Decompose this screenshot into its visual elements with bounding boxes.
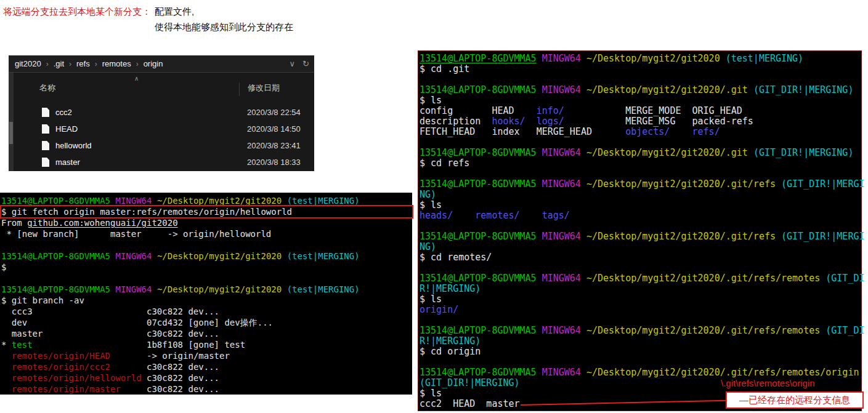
address-bar[interactable]: git2020 › .git › refs › remotes › origin… — [9, 55, 314, 73]
terminal-text — [525, 116, 537, 127]
terminal-text — [537, 367, 542, 378]
column-header-name[interactable]: 名称 — [39, 82, 55, 94]
terminal-line: $ cd remotes/ — [420, 252, 861, 263]
terminal-text: test — [12, 340, 33, 350]
file-name[interactable]: master — [55, 158, 80, 167]
terminal-line: 13514@LAPTOP-8GDVMMA5 MINGW64 ~/Desktop/… — [1, 284, 412, 295]
terminal-line: dev 07cd432 [gone] dev操作... — [1, 317, 412, 328]
terminal-line: 13514@LAPTOP-8GDVMMA5 MINGW64 ~/Desktop/… — [420, 54, 861, 64]
terminal-text: info/ — [537, 105, 564, 116]
terminal-text — [537, 273, 542, 284]
terminal-line: $ ls — [420, 95, 861, 106]
note-black-line2: 使得本地能够感知到此分支的存在 — [155, 19, 293, 34]
terminal-line: 13514@LAPTOP-8GDVMMA5 MINGW64 ~/Desktop/… — [420, 179, 861, 190]
terminal-text — [152, 196, 156, 206]
terminal-text: remotes/origin/HEAD — [1, 351, 110, 361]
terminal-text: From — [1, 218, 27, 228]
terminal-text: origin/ — [420, 304, 458, 315]
terminal-text — [581, 53, 586, 64]
terminal-line: 13514@LAPTOP-8GDVMMA5 MINGW64 ~/Desktop/… — [420, 326, 861, 336]
terminal-line: 13514@LAPTOP-8GDVMMA5 MINGW64 ~/Desktop/… — [420, 148, 861, 158]
file-row-head[interactable]: HEAD 2020/3/8 14:50 — [9, 121, 314, 138]
terminal-text: MINGW64 — [542, 84, 581, 95]
terminal-text: c30c822 dev... — [142, 373, 219, 383]
terminal-line: description hooks/ logs/ MERGE_MSG packe… — [420, 116, 861, 127]
terminal-text — [537, 178, 542, 190]
terminal-line: config HEAD info/ MERGE_MODE ORIG_HEAD — [420, 106, 861, 116]
file-name[interactable]: ccc2 — [55, 108, 72, 117]
file-name[interactable]: HEAD — [55, 124, 78, 134]
file-explorer-window: git2020 › .git › refs › remotes › origin… — [9, 55, 314, 171]
terminal-line: * test 1b8f108 [gone] test — [1, 339, 412, 350]
refresh-icon[interactable]: ↻ — [302, 59, 309, 68]
terminal-text: ~/Desktop/mygit2/git2020/.git/refs/remot… — [586, 367, 859, 378]
file-name[interactable]: helloworld — [55, 141, 92, 150]
terminal-line: 13514@LAPTOP-8GDVMMA5 MINGW64 ~/Desktop/… — [420, 273, 861, 284]
file-date: 2020/3/8 14:50 — [247, 124, 301, 134]
address-dropdown-icon[interactable]: ∨ — [290, 59, 296, 68]
terminal-text: FETCH_HEAD index MERGE_HEAD — [420, 126, 625, 137]
breadcrumb-dotgit[interactable]: .git — [52, 59, 65, 68]
terminal-text: refs/ — [692, 126, 720, 137]
terminal-text: * [new branch] master -> origin/hellowor… — [1, 229, 271, 239]
left-git-bash-terminal: 13514@LAPTOP-8GDVMMA5 MINGW64 ~/Desktop/… — [0, 193, 412, 395]
terminal-line — [420, 169, 861, 179]
terminal-text: $ cd refs — [420, 158, 469, 169]
terminal-text: github.com:wohenguaii/git2020 — [27, 218, 177, 228]
terminal-text: remotes/origin/helloworld — [1, 373, 142, 383]
column-header-date[interactable]: 修改日期 — [239, 82, 280, 96]
breadcrumb-git2020[interactable]: git2020 — [14, 59, 43, 68]
breadcrumb-remotes[interactable]: remotes — [101, 59, 132, 68]
terminal-text: ~/Desktop/mygit2/git2020 — [157, 251, 282, 261]
path-annotation: \.git\refs\remotes\origin — [721, 378, 815, 388]
terminal-text — [282, 196, 286, 206]
file-row-master[interactable]: master 2020/3/8 18:33 — [9, 154, 314, 171]
terminal-text: $ — [1, 262, 6, 272]
terminal-line — [420, 74, 861, 85]
terminal-text: remotes/origin/master — [1, 384, 121, 394]
terminal-text: logs/ — [537, 116, 564, 127]
terminal-text: ~/Desktop/mygit2/git2020 — [157, 284, 282, 294]
terminal-text: 13514@LAPTOP-8GDVMMA5 — [420, 84, 537, 95]
terminal-text: ~/Desktop/mygit2/git2020/.git/refs/remot… — [586, 273, 820, 284]
terminal-text — [520, 210, 542, 221]
terminal-line — [1, 273, 412, 284]
file-row-ccc2[interactable]: ccc2 2020/3/8 22:54 — [9, 105, 314, 121]
terminal-line — [420, 137, 861, 148]
file-row-helloworld[interactable]: helloworld 2020/3/8 23:41 — [9, 138, 314, 154]
terminal-text — [537, 53, 542, 64]
terminal-line: * [new branch] master -> origin/hellowor… — [1, 228, 412, 239]
terminal-text — [581, 178, 586, 190]
terminal-text: 13514@LAPTOP-8GDVMMA5 — [420, 178, 537, 190]
terminal-line: FETCH_HEAD index MERGE_HEAD objects/ ref… — [420, 127, 861, 137]
terminal-line: From github.com:wohenguaii/git2020 — [1, 217, 412, 228]
terminal-text — [537, 325, 542, 336]
terminal-line: $ ls — [420, 294, 861, 305]
breadcrumb-separator-icon: › — [43, 60, 52, 68]
terminal-text — [748, 147, 753, 158]
breadcrumb-separator-icon: › — [91, 60, 101, 68]
terminal-text: ~/Desktop/mygit2/git2020 — [586, 53, 720, 64]
terminal-text: ~/Desktop/mygit2/git2020/.git/refs — [586, 178, 776, 190]
terminal-text: (GIT_DIR!|MERGING) — [420, 377, 520, 388]
terminal-text: 13514@LAPTOP-8GDVMMA5 — [420, 367, 537, 378]
terminal-text: MINGW64 — [542, 178, 581, 190]
terminal-line — [1, 239, 412, 251]
terminal-line: $ git branch -av — [1, 295, 412, 306]
terminal-text: 1b8f108 [gone] test — [33, 340, 246, 350]
terminal-text — [581, 367, 586, 378]
branch-annotation-text: —已经存在的远程分支信息 — [739, 395, 850, 406]
terminal-line: 13514@LAPTOP-8GDVMMA5 MINGW64 ~/Desktop/… — [420, 85, 861, 95]
terminal-text — [537, 147, 542, 158]
terminal-text: description — [420, 116, 492, 127]
terminal-text: R!|MERGING) — [420, 335, 481, 347]
terminal-text — [581, 84, 586, 95]
breadcrumb-origin[interactable]: origin — [142, 59, 164, 68]
terminal-text: ~/Desktop/mygit2/git2020/.git/refs/remot… — [586, 325, 820, 336]
terminal-text: ~/Desktop/mygit2/git2020 — [157, 196, 282, 206]
file-date: 2020/3/8 23:41 — [247, 141, 301, 150]
terminal-text: ~/Desktop/mygit2/git2020/.git — [586, 147, 748, 158]
breadcrumb-refs[interactable]: refs — [75, 59, 91, 68]
terminal-text: 13514@LAPTOP-8GDVMMA5 — [420, 273, 537, 284]
terminal-line: ccc3 c30c822 dev... — [1, 306, 412, 317]
